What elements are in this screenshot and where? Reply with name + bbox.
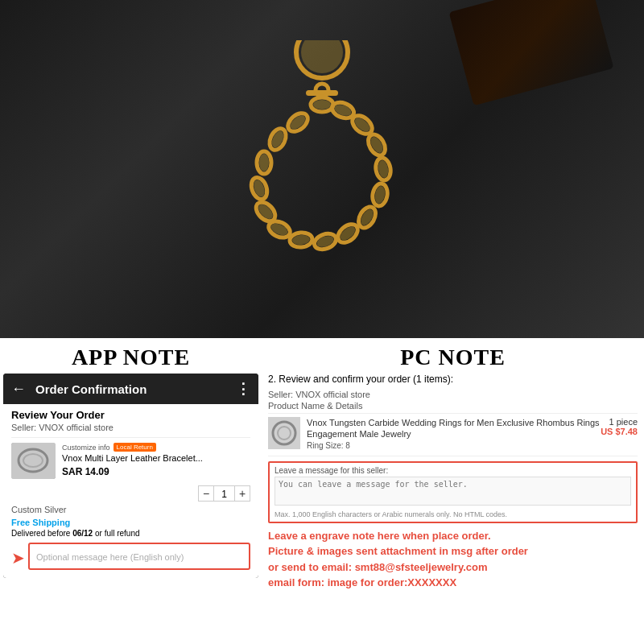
menu-dots-icon[interactable]: ⋮	[236, 380, 250, 398]
pc-product-details: Vnox Tungsten Carbide Wedding Rings for …	[307, 417, 601, 451]
app-delivery-text: Delivered before 06/12 or full refund	[11, 529, 250, 538]
instruction-line1: Leave a engrave note here when place ord…	[268, 528, 638, 544]
pc-message-box-container: Leave a message for this seller: Max. 1,…	[268, 461, 638, 523]
app-message-placeholder: Optional message here (English only)	[36, 552, 184, 562]
app-shipping-label: Free Shipping	[11, 518, 250, 527]
app-product-info: Customize info Local Return Vnox Multi L…	[62, 443, 250, 481]
quantity-plus-button[interactable]: +	[234, 485, 250, 502]
svg-point-20	[313, 100, 331, 109]
app-message-box[interactable]: Optional message here (English only)	[28, 543, 250, 570]
pc-product-row: Vnox Tungsten Carbide Wedding Rings for …	[268, 417, 638, 456]
svg-point-33	[259, 154, 269, 171]
app-body: Review Your Order Seller: VNOX official …	[3, 404, 258, 578]
pc-price: US $7.48	[601, 427, 638, 436]
message-row: ➤ Optional message here (English only)	[11, 543, 250, 573]
pc-message-hint: Max. 1,000 English characters or Arabic …	[275, 510, 631, 518]
instruction-text: Leave a engrave note here when place ord…	[268, 528, 638, 591]
pc-product-thumbnail	[268, 417, 300, 449]
instruction-line3: or send to email: smt88@sfsteeljewelry.c…	[268, 559, 638, 576]
quantity-value: 1	[214, 485, 234, 502]
pc-note-title: PC NOTE	[268, 338, 638, 374]
app-product-thumbnail	[11, 443, 56, 479]
instruction-line2: Picture & images sent attachment in msg …	[268, 543, 638, 559]
bracelet-svg	[129, 40, 515, 298]
instruction-line4: email form: image for order:XXXXXXX	[268, 575, 638, 591]
quantity-minus-button[interactable]: −	[198, 485, 214, 502]
app-product-row: Customize info Local Return Vnox Multi L…	[11, 437, 250, 481]
pc-quantity: 1 piece	[609, 417, 638, 427]
pc-product-name-header: Product Name & Details	[268, 401, 638, 414]
app-custom-variant: Custom Silver	[11, 505, 250, 514]
app-quantity-row: − 1 +	[11, 485, 250, 502]
pc-seller-label: Seller: VNOX official store	[268, 390, 638, 399]
app-note-title: APP NOTE	[0, 338, 262, 374]
pc-ring-size: Ring Size: 8	[307, 440, 601, 451]
app-header-bar: ← Order Confirmation ⋮	[3, 374, 258, 404]
red-arrow-icon: ➤	[11, 548, 25, 568]
thumbnail-image	[11, 443, 56, 479]
customize-label: Customize info	[62, 444, 110, 452]
pc-product-name: Vnox Tungsten Carbide Wedding Rings for …	[307, 417, 601, 440]
app-product-name: Vnox Multi Layer Leather Bracelet...	[62, 453, 250, 464]
app-product-price: SAR 14.09	[62, 466, 250, 477]
svg-point-1	[301, 40, 343, 73]
pc-note-section: PC NOTE 2. Review and confirm your order…	[262, 338, 644, 644]
back-arrow-icon[interactable]: ←	[11, 381, 26, 398]
app-seller-label: Seller: VNOX official store	[11, 423, 250, 432]
app-note-section: APP NOTE ← Order Confirmation ⋮ Review Y…	[0, 338, 262, 644]
review-title: Review Your Order	[11, 409, 250, 421]
pc-message-textarea[interactable]	[275, 477, 631, 506]
customize-tag: Customize info Local Return	[62, 443, 250, 452]
bottom-section: APP NOTE ← Order Confirmation ⋮ Review Y…	[0, 338, 644, 644]
app-header-title: Order Confirmation	[35, 382, 236, 396]
pc-body: 2. Review and confirm your order (1 item…	[268, 374, 638, 591]
app-panel: ← Order Confirmation ⋮ Review Your Order…	[3, 374, 258, 578]
pc-qty-price: 1 piece US $7.48	[601, 417, 638, 436]
product-image-area	[0, 0, 644, 338]
pc-section-header: 2. Review and confirm your order (1 item…	[268, 374, 638, 385]
local-return-badge: Local Return	[114, 443, 156, 452]
pc-message-label: Leave a message for this seller:	[275, 466, 631, 475]
